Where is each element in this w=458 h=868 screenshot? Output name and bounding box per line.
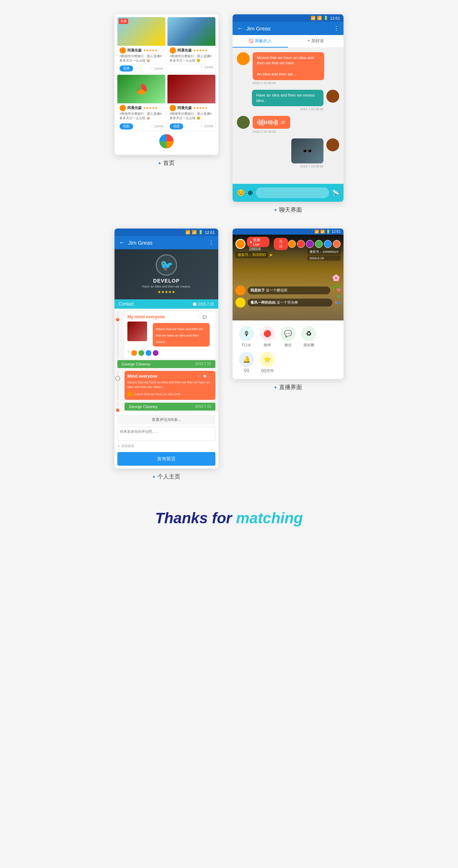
live-label: 直播界面 [274, 383, 302, 392]
msg-4: 🕶️ 2015.7.15.08:00 [237, 138, 339, 168]
wave-bar [266, 121, 267, 124]
card-4-info: 阿晨先森 ★★★★★ #斯德哥尔摩旅行，新人直播#多多关注一么么哒 😊 [167, 103, 215, 122]
card-3-btn[interactable]: 组图 [120, 123, 133, 129]
card-3-name: 阿晨先森 [127, 106, 142, 111]
viewer-avatar-6 [333, 240, 341, 248]
battery-icon: 🔋 [198, 230, 203, 235]
arrow-icon: ➤ [269, 252, 273, 258]
viewer-avatar-4 [315, 240, 323, 248]
live-battery: 🔋 [326, 230, 330, 234]
liker-avatar-2 [138, 350, 144, 356]
comment-2-avatar [235, 298, 245, 308]
live-info-bar: 播客币：3530590 ➤ 播客号：100685623 2016.6.19 [233, 247, 344, 262]
share-grid-2: 🔔 QQ ⭐ QQ空间 [238, 352, 338, 373]
live-time: 12:61 [332, 230, 341, 234]
more-action[interactable]: ⋯ [209, 315, 213, 319]
share-qq[interactable]: 🔔 QQ [239, 352, 254, 373]
heart-2: ❤ [336, 294, 341, 299]
chat-status-bar: 📶 📶 🔋 12:61 [233, 14, 344, 22]
signal-icon: 📶 [192, 230, 197, 235]
wave-bar [275, 119, 276, 126]
george-name-2: George Clooney [129, 404, 157, 409]
chat-phone: 📶 📶 🔋 12:61 ← Jim Greas 👤 ⋮ 🚫 屏蔽此人 [233, 14, 344, 202]
more-icon[interactable]: ⋮ [333, 25, 339, 32]
mind-heart[interactable]: ♡ [197, 374, 200, 378]
back-icon[interactable]: ← [237, 25, 243, 32]
msg-4-time: 2015.7.15.08:00 [291, 165, 323, 168]
top-row: 直播 阿晨先森 ★★★★★ #斯德哥尔摩旅行，新人直播#多多关注一么么哒 🐷 [0, 7, 458, 221]
my-mind-actions: ♡ 💬 ⋯ [197, 315, 213, 319]
share-moments[interactable]: ♻ 朋友圈 [301, 326, 317, 348]
profile-status-bar: 📶 📶 🔋 12:61 [114, 229, 218, 236]
mind-more[interactable]: ⋯ [209, 374, 213, 378]
wave-bar [260, 120, 262, 125]
live-comment-1: 我是狄子 送一个樱花雨 X 08 [235, 285, 341, 295]
tab-block[interactable]: 🚫 屏蔽此人 [233, 35, 288, 48]
tab-add[interactable]: + 加好友 [288, 35, 344, 48]
view-comments[interactable]: 查看评论306条... [117, 415, 215, 425]
card-1-btn[interactable]: 直播 [120, 65, 133, 72]
profile-person-icon[interactable]: 👤 [195, 239, 203, 246]
msg-3-audio[interactable]: 25" [253, 116, 290, 129]
send-icon[interactable]: 📡 [332, 190, 339, 196]
share-wechat[interactable]: 💬 微信 [280, 326, 296, 348]
mind-text: Means that we have an idea and then we t… [127, 380, 213, 389]
live-id: 播客号：100685623 [307, 249, 341, 255]
live-status-bar: 📶 📶 🔋 12:61 [233, 229, 344, 235]
home-card-2: 阿晨先森 ★★★★★ #斯德哥尔摩旅行，新人直播#多多关注一么么哒 😊 ♡ 23… [167, 17, 215, 73]
home-card-4: 阿晨先森 ★★★★★ #斯德哥尔摩旅行，新人直播#多多关注一么么哒 😊 组图 ♡… [167, 75, 215, 130]
mind-comment[interactable]: 💬 [203, 374, 207, 378]
person-icon[interactable]: 👤 [321, 25, 328, 32]
comment-input[interactable] [117, 427, 215, 441]
liker-avatar-4 [153, 350, 159, 356]
home-card-3: 阿晨先森 ★★★★★ #斯德哥尔摩旅行，新人直播#多多关注一么么哒 🐷 组图 ♡… [117, 75, 165, 130]
wifi-icon: 📶 [185, 230, 190, 235]
card-4-footer: 组图 ♡ 23356 [167, 122, 215, 131]
card-4-btn[interactable]: 组图 [170, 123, 183, 129]
card-2-stars: ★★★★★ [193, 49, 208, 52]
msg-2-avatar [326, 90, 339, 103]
liker-avatar-1 [131, 350, 137, 356]
qqzone-icon: ⭐ [260, 352, 275, 367]
post-button[interactable]: 发布留言 [117, 452, 215, 466]
msg-4-image[interactable]: 🕶️ [291, 138, 323, 163]
plus-icon[interactable]: ⊕ [248, 189, 253, 197]
card-1-likes: ♡ 23356 [150, 67, 163, 70]
live-phone: 📶 📶 🔋 12:61 [233, 229, 344, 379]
share-qqzone[interactable]: ⭐ QQ空间 [260, 352, 275, 373]
my-mind-header: My mind everyone ♡ 💬 ⋯ [127, 314, 213, 319]
img-bubble-inner: 🕶️ [291, 138, 323, 163]
card-4-likes: ♡ 23356 [200, 124, 213, 128]
audio-duration: 25" [281, 121, 286, 124]
viewer-avatar-2 [297, 240, 305, 248]
thanks-text-1: Thanks for [155, 510, 236, 526]
homepage-label: 首页 [158, 159, 174, 167]
card-3-info: 阿晨先森 ★★★★★ #斯德哥尔摩旅行，新人直播#多多关注一么么哒 🐷 [117, 103, 165, 122]
main-container: 直播 阿晨先森 ★★★★★ #斯德哥尔摩旅行，新人直播#多多关注一么么哒 🐷 [0, 0, 458, 548]
wave-bar [273, 121, 274, 124]
share-weibo[interactable]: 🔴 微博 [259, 326, 276, 348]
live-dot: ● [250, 240, 252, 244]
share-fling[interactable]: 🎙 F口令 [238, 326, 255, 348]
weibo-icon: 🔴 [260, 326, 275, 341]
audio-wave [257, 119, 278, 126]
chat-input[interactable] [256, 187, 329, 198]
card-1-name: 阿晨先森 [127, 48, 142, 53]
back-icon[interactable]: ← [119, 239, 125, 246]
liker-avatar-3 [146, 350, 151, 356]
live-id-container: 播客号：100685623 2016.6.19 [307, 249, 341, 261]
mind-header: Mind everyone ♡ 💬 ⋯ [127, 374, 213, 379]
wifi-icon: 📶 [311, 16, 316, 20]
heart-action[interactable]: ♡ [197, 315, 200, 319]
msg-2-bubble: Have an idea and then we means idea . [252, 90, 323, 107]
card-4-name: 阿晨先森 [177, 106, 192, 111]
card-3-image [117, 75, 165, 103]
profile-more-icon[interactable]: ⋮ [208, 239, 214, 246]
comment-action[interactable]: 💬 [203, 315, 207, 319]
bottom-row: 📶 📶 🔋 12:61 ← Jim Greas 👤 ⋮ 🐦 [0, 221, 458, 488]
card-2-footer: ♡ 23356 [167, 64, 215, 70]
add-emotion[interactable]: ↳ 添加表情 [117, 444, 215, 448]
emoji-icon[interactable]: 😊 [237, 189, 245, 197]
wave-bar [257, 121, 258, 123]
card-4-avatar [170, 105, 176, 111]
